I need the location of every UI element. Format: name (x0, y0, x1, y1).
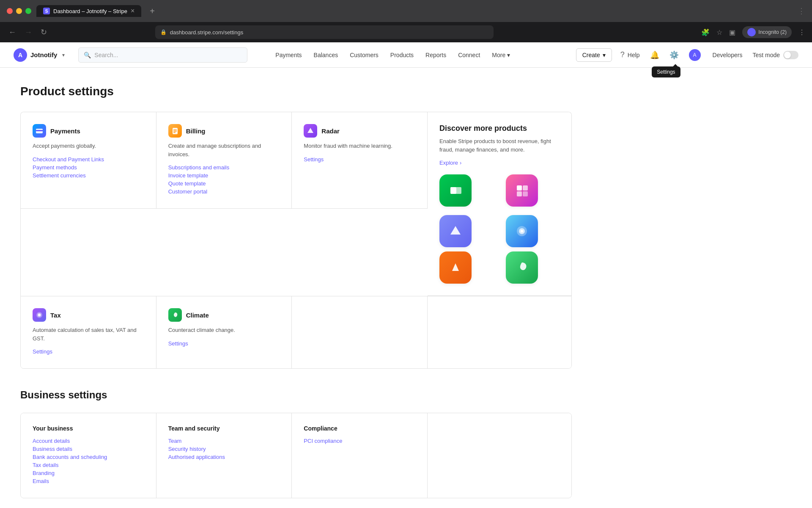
payments-card-header: Payments (33, 124, 144, 138)
product-settings-grid: Payments Accept payments globally. Check… (20, 112, 572, 369)
billing-card: Billing Create and manage subscriptions … (156, 112, 292, 209)
browser-menu-button[interactable]: ⋮ (798, 6, 805, 16)
nav-customers[interactable]: Customers (344, 48, 384, 62)
nav-balances[interactable]: Balances (308, 48, 344, 62)
extensions-icon[interactable]: 🧩 (701, 28, 710, 36)
payments-card-desc: Accept payments globally. (33, 142, 144, 150)
new-tab-button[interactable]: + (146, 5, 158, 18)
discover-more-card: Discover more products Enable Stripe pro… (428, 112, 571, 296)
search-bar[interactable]: 🔍 Search... (78, 47, 247, 63)
payments-icon (33, 124, 46, 138)
browser-addressbar: ← → ↻ 🔒 dashboard.stripe.com/settings 🧩 … (0, 22, 812, 42)
discover-bottom-empty (428, 296, 571, 368)
svg-rect-9 (517, 185, 522, 190)
product-app-icon-2[interactable] (506, 174, 538, 207)
settlement-currencies-link[interactable]: Settlement currencies (33, 172, 144, 179)
tax-card: Tax Automate calculation of sales tax, V… (21, 296, 156, 368)
customer-portal-link[interactable]: Customer portal (168, 188, 280, 195)
search-icon: 🔍 (84, 52, 91, 58)
svg-rect-4 (173, 131, 177, 132)
invoice-template-link[interactable]: Invoice template (168, 172, 280, 179)
forward-button[interactable]: → (23, 26, 34, 39)
svg-marker-13 (450, 226, 461, 235)
payment-methods-link[interactable]: Payment methods (33, 164, 144, 171)
bell-icon: 🔔 (650, 51, 659, 59)
help-button[interactable]: ? Help (619, 49, 642, 61)
your-business-title: Your business (33, 425, 144, 432)
business-settings-title: Business settings (20, 389, 572, 401)
user-avatar-button[interactable]: A (687, 47, 702, 63)
create-button[interactable]: Create ▾ (576, 48, 612, 62)
address-right-controls: 🧩 ☆ ▣ Incognito (2) ⋮ (701, 26, 805, 38)
nav-connect[interactable]: Connect (452, 48, 486, 62)
tax-settings-link[interactable]: Settings (33, 348, 144, 355)
branding-link[interactable]: Branding (33, 470, 144, 476)
user-avatar: A (689, 49, 701, 61)
tax-details-link[interactable]: Tax details (33, 462, 144, 468)
create-label: Create (582, 52, 600, 58)
bookmark-icon[interactable]: ☆ (716, 28, 722, 36)
authorised-applications-link[interactable]: Authorised applications (168, 454, 280, 460)
nav-more[interactable]: More ▾ (486, 48, 516, 62)
security-history-link[interactable]: Security history (168, 446, 280, 452)
create-chevron-icon: ▾ (603, 52, 606, 58)
discover-title: Discover more products (439, 124, 560, 133)
developers-link[interactable]: Developers (709, 50, 746, 60)
tab-title: Dashboard – Jotnotify – Stripe (53, 8, 127, 14)
product-app-icon-1[interactable] (439, 174, 472, 207)
subscriptions-emails-link[interactable]: Subscriptions and emails (168, 164, 280, 171)
product-app-icon-3[interactable] (439, 215, 472, 247)
bank-accounts-link[interactable]: Bank accounts and scheduling (33, 454, 144, 460)
svg-rect-12 (523, 191, 528, 196)
nav-payments[interactable]: Payments (269, 48, 307, 62)
tab-favicon: S (43, 8, 50, 14)
nav-reports[interactable]: Reports (420, 48, 452, 62)
tax-card-desc: Automate calculation of sales tax, VAT a… (33, 326, 144, 342)
checkout-payment-links-link[interactable]: Checkout and Payment Links (33, 156, 144, 163)
main-content: Product settings Payments Accept payment… (0, 68, 592, 508)
product-app-icon-5[interactable] (439, 251, 472, 284)
maximize-window-button[interactable] (25, 8, 31, 14)
close-window-button[interactable] (7, 8, 13, 14)
notifications-button[interactable]: 🔔 (648, 49, 661, 61)
quote-template-link[interactable]: Quote template (168, 180, 280, 187)
nav-products[interactable]: Products (384, 48, 420, 62)
emails-link[interactable]: Emails (33, 478, 144, 484)
browser-tab[interactable]: S Dashboard – Jotnotify – Stripe × (36, 5, 141, 17)
page-title: Product settings (20, 85, 572, 98)
climate-settings-link[interactable]: Settings (168, 340, 280, 347)
minimize-window-button[interactable] (16, 8, 22, 14)
settings-tooltip: Settings (652, 66, 680, 77)
reload-button[interactable]: ↻ (39, 26, 49, 39)
bottom-row: Tax Automate calculation of sales tax, V… (20, 296, 572, 369)
test-mode-switch[interactable] (783, 51, 798, 59)
sidebar-icon[interactable]: ▣ (729, 28, 735, 36)
browser-options-icon[interactable]: ⋮ (798, 28, 805, 36)
tab-close-button[interactable]: × (131, 8, 134, 14)
incognito-button[interactable]: Incognito (2) (742, 26, 792, 38)
explore-label: Explore (439, 160, 458, 166)
your-business-card: Your business Account details Business d… (21, 413, 156, 498)
back-button[interactable]: ← (7, 26, 18, 39)
gear-icon: ⚙️ (669, 51, 679, 59)
team-link[interactable]: Team (168, 438, 280, 444)
billing-icon (168, 124, 182, 138)
svg-rect-3 (173, 130, 177, 130)
main-navigation: Payments Balances Customers Products Rep… (258, 48, 516, 62)
brand-logo[interactable]: A Jotnotify ▾ (14, 48, 65, 62)
radar-icon (304, 124, 317, 138)
radar-settings-link[interactable]: Settings (304, 156, 415, 163)
business-details-link[interactable]: Business details (33, 446, 144, 452)
settings-button[interactable]: ⚙️ (668, 49, 680, 61)
explore-link[interactable]: Explore › (439, 160, 560, 166)
settings-tooltip-text: Settings (657, 69, 675, 75)
pci-compliance-link[interactable]: PCI compliance (304, 438, 415, 444)
browser-window: S Dashboard – Jotnotify – Stripe × + ⋮ ←… (0, 0, 812, 508)
svg-point-20 (38, 314, 40, 316)
brand-name: Jotnotify (30, 51, 57, 58)
address-bar[interactable]: 🔒 dashboard.stripe.com/settings (155, 25, 494, 39)
product-app-icon-4[interactable] (506, 215, 538, 247)
nav-home[interactable] (258, 52, 269, 58)
product-app-icon-6[interactable] (506, 251, 538, 284)
account-details-link[interactable]: Account details (33, 438, 144, 444)
